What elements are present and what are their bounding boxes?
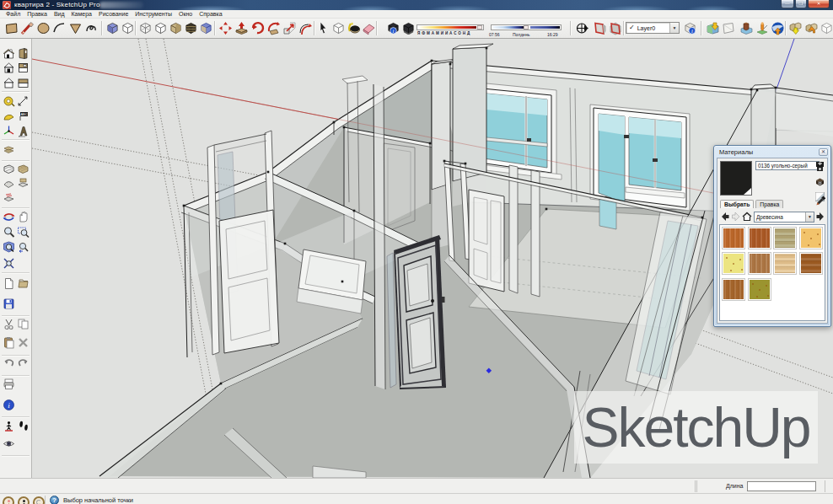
sample-paint-eyedropper-icon[interactable]	[815, 196, 825, 206]
pan-tool-icon[interactable]	[17, 210, 30, 223]
wireframe-style-icon[interactable]	[153, 20, 169, 36]
rotate-tool-icon[interactable]	[250, 20, 266, 36]
claim-credit-icon[interactable]	[18, 496, 30, 504]
circle-tool-icon[interactable]	[35, 20, 51, 36]
material-name-field[interactable]: 0136 угольно-серый	[755, 161, 820, 170]
followme-tool-icon[interactable]	[298, 20, 314, 36]
material-category-combo[interactable]: Древесина ▼	[754, 212, 814, 223]
walk-icon[interactable]	[17, 419, 30, 432]
open-document-icon[interactable]	[17, 276, 30, 290]
shaded-style-icon[interactable]	[168, 20, 184, 36]
freehand-tool-icon[interactable]	[83, 20, 99, 36]
drape-icon[interactable]	[3, 191, 16, 205]
help-icon[interactable]: ?	[50, 496, 59, 504]
close-button[interactable]: ✕	[808, 0, 830, 8]
get-models-icon[interactable]	[787, 20, 803, 36]
delete-icon[interactable]	[17, 335, 30, 349]
materials-dialog-titlebar[interactable]: Материалы ✕	[717, 147, 828, 157]
copy-icon[interactable]	[17, 317, 30, 330]
text-tool-icon[interactable]: ABC	[17, 110, 30, 123]
orbit-tool-icon[interactable]	[3, 210, 16, 223]
move-tool-icon[interactable]	[218, 20, 234, 36]
section-plane-icon[interactable]	[591, 20, 607, 36]
material-swatch[interactable]	[748, 278, 771, 301]
home-icon[interactable]	[742, 212, 752, 222]
back-arrow-icon[interactable]	[720, 212, 730, 222]
current-material-preview[interactable]	[720, 161, 752, 196]
create-material-icon[interactable]	[815, 162, 825, 171]
window-component-icon[interactable]	[17, 62, 30, 75]
dimension-tool-icon[interactable]	[17, 94, 30, 108]
menu-draw[interactable]: Рисование	[95, 11, 132, 17]
offset-tool-icon[interactable]	[266, 20, 282, 36]
materials-close-button[interactable]: ✕	[819, 148, 828, 156]
paste-icon[interactable]	[3, 335, 16, 349]
material-swatch[interactable]	[773, 252, 797, 275]
wall-component-icon[interactable]	[17, 76, 30, 89]
protractor-icon[interactable]	[3, 110, 16, 123]
zoom-window-icon[interactable]	[17, 226, 30, 239]
new-document-icon[interactable]	[3, 276, 16, 290]
section-fill-icon[interactable]	[607, 20, 623, 36]
material-swatch[interactable]	[748, 227, 771, 249]
pushpull-tool-icon[interactable]	[234, 20, 250, 36]
house-door-icon[interactable]	[3, 62, 16, 75]
geolocation-icon[interactable]	[3, 496, 14, 504]
preview-earth-icon[interactable]	[755, 20, 771, 36]
paint-bucket-icon[interactable]	[346, 20, 362, 36]
scale-tool-icon[interactable]	[282, 20, 298, 36]
toggle-terrain-icon[interactable]	[720, 20, 736, 36]
toggle-shadows-icon[interactable]	[400, 20, 416, 36]
layer-dropdown-icon[interactable]: ▼	[669, 23, 679, 33]
shadow-date-slider[interactable]	[416, 24, 484, 30]
xray-style-icon[interactable]	[137, 20, 153, 36]
select-tool-icon[interactable]	[315, 20, 331, 36]
make-component-icon[interactable]	[331, 20, 347, 36]
save-icon[interactable]	[3, 297, 16, 310]
menu-view[interactable]: Вид	[51, 11, 68, 17]
set-material-paint-icon[interactable]	[815, 177, 825, 186]
rectangle-tool-icon[interactable]	[3, 20, 19, 36]
polygon-tool-icon[interactable]	[67, 20, 83, 36]
material-swatch[interactable]	[722, 278, 745, 301]
measurement-input[interactable]	[747, 481, 816, 491]
shadow-time-slider[interactable]	[491, 24, 562, 30]
3d-text-icon[interactable]	[17, 124, 30, 137]
from-contours-icon[interactable]	[3, 162, 16, 175]
smoove-icon[interactable]	[3, 177, 16, 190]
print-icon[interactable]	[3, 377, 16, 390]
menu-file[interactable]: Файл	[3, 11, 24, 17]
material-swatch[interactable]	[773, 227, 797, 249]
door-component-icon[interactable]	[17, 46, 30, 60]
stamp-icon[interactable]	[17, 177, 30, 190]
cut-icon[interactable]	[3, 317, 16, 330]
minimize-button[interactable]: —	[781, 0, 794, 8]
layer-manager-icon[interactable]: i	[682, 20, 698, 36]
zoom-extents-icon[interactable]	[3, 240, 16, 254]
zoom-next-icon[interactable]	[3, 256, 16, 270]
shadow-dialog-icon[interactable]: i	[385, 20, 401, 36]
arc-tool-icon[interactable]	[51, 20, 67, 36]
zoom-previous-icon[interactable]	[17, 240, 30, 254]
share-model-icon[interactable]	[803, 20, 820, 36]
share-component-icon[interactable]	[819, 20, 833, 36]
menu-help[interactable]: Справка	[196, 11, 225, 17]
tape-measure-icon[interactable]	[3, 94, 16, 108]
maximize-button[interactable]: ❐	[795, 0, 807, 8]
eraser-tool-icon[interactable]	[361, 20, 377, 36]
build-house-icon[interactable]	[3, 46, 16, 60]
axes-icon[interactable]	[3, 124, 16, 137]
iso-view-icon[interactable]	[105, 20, 121, 36]
forward-arrow-icon[interactable]	[731, 212, 741, 222]
zoom-tool-icon[interactable]	[3, 226, 16, 239]
menu-tools[interactable]: Инструменты	[132, 11, 175, 17]
from-scratch-icon[interactable]	[17, 162, 30, 175]
layer-combo[interactable]: ✓ Layer0 ▼	[626, 22, 680, 34]
detail-arrow-icon[interactable]	[815, 212, 825, 222]
material-swatch[interactable]	[748, 252, 771, 275]
tab-select[interactable]: Выбрать	[720, 200, 754, 208]
material-swatch[interactable]	[722, 252, 745, 275]
menu-camera[interactable]: Камера	[68, 11, 95, 17]
position-camera-icon[interactable]	[3, 419, 16, 432]
tab-edit[interactable]: Правка	[755, 200, 783, 208]
